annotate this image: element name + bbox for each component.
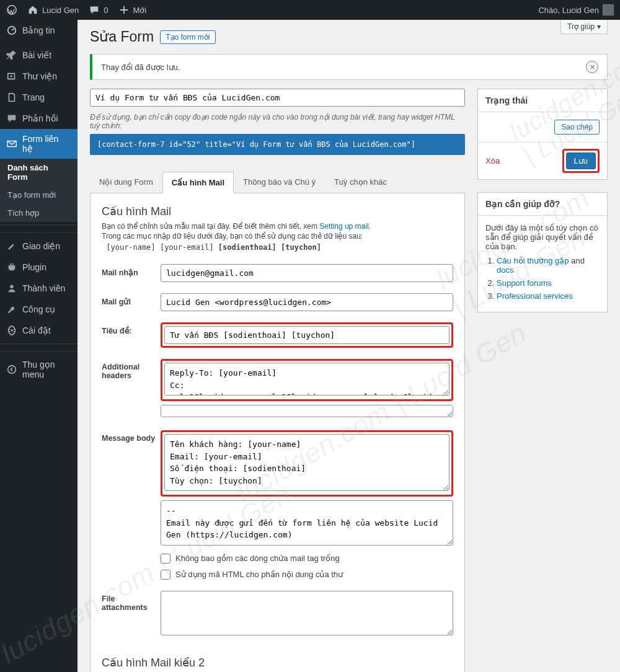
tabs: Nội dung Form Cấu hình Mail Thông báo và… — [90, 171, 465, 193]
sidebar-item-media[interactable]: Thư viện — [0, 66, 78, 87]
label-mail-subject: Tiêu đề: — [102, 322, 161, 335]
help-link-docs[interactable]: docs — [497, 265, 513, 275]
sidebar-item-comments[interactable]: Phản hồi — [0, 108, 78, 129]
tab-mail[interactable]: Cấu hình Mail — [162, 172, 234, 193]
save-button-side[interactable]: Lưu — [566, 153, 596, 169]
users-icon — [6, 283, 17, 294]
input-mail-headers-extra[interactable] — [161, 405, 453, 417]
tab-messages[interactable]: Thông báo và Chú ý — [234, 171, 325, 193]
sidebar-item-plugins[interactable]: Plugin — [0, 257, 78, 278]
sidebar-item-collapse[interactable]: Thu gọn menu — [0, 355, 78, 384]
svg-point-3 — [10, 285, 13, 288]
avatar — [603, 4, 614, 15]
copy-button[interactable]: Sao chép — [554, 120, 600, 135]
help-link-faq[interactable]: Câu hỏi thường gặp — [497, 256, 569, 265]
admin-sidebar: Bảng tin Bài viết Thư viện Trang Phản hồ… — [0, 20, 78, 672]
input-mail-attachments[interactable] — [161, 591, 453, 636]
tab-additional[interactable]: Tuỳ chọn khác — [325, 171, 396, 193]
help-tab[interactable]: Trợ giúp▾ — [560, 20, 608, 34]
tools-icon — [6, 304, 17, 315]
svg-point-5 — [8, 366, 16, 374]
sidebar-item-settings[interactable]: Cài đặt — [0, 320, 78, 341]
help-item-1: Câu hỏi thường gặp and docs — [497, 256, 600, 275]
mail-tags-plain: [your-name] [your-email] — [106, 243, 213, 252]
postbox-help-title: Bạn cần giúp đỡ? — [478, 193, 607, 216]
input-mail-from[interactable] — [161, 293, 453, 311]
sidebar-item-contact-form[interactable]: Form liên hệ — [0, 129, 78, 159]
help-link-pro[interactable]: Professional services — [497, 291, 573, 301]
tab-form[interactable]: Nội dung Form — [90, 171, 162, 193]
pin-icon — [6, 50, 17, 61]
sidebar-item-users[interactable]: Thành viên — [0, 278, 78, 299]
media-icon — [6, 71, 17, 82]
sidebar-sub-integration[interactable]: Tích hợp — [0, 204, 78, 222]
mail-icon — [6, 138, 17, 149]
admin-bar: Lucid Gen 0 Mới Chào, Lucid Gen — [0, 0, 620, 20]
page-icon — [6, 92, 17, 103]
site-link[interactable]: Lucid Gen — [27, 4, 79, 15]
mail-tags-bold: [sodienthoai] [tuychon] — [218, 243, 321, 252]
help-item-3: Professional services — [497, 291, 600, 301]
chk-exclude-blank[interactable]: Không bao gồm các dòng chứa mail tag trố… — [161, 554, 453, 564]
sidebar-submenu: Danh sách Form Tạo form mới Tích hợp — [0, 159, 78, 222]
label-mail-from: Mail gửi — [102, 293, 161, 306]
home-icon — [27, 4, 38, 15]
postbox-status: Trạng thái Sao chép Xóa Lưu — [477, 89, 608, 180]
comment-icon — [89, 4, 100, 15]
wp-logo[interactable] — [6, 4, 17, 15]
new-link[interactable]: Mới — [118, 4, 147, 15]
mail-panel: Cấu hình Mail Bạn có thể chỉnh sửa mẫu m… — [90, 193, 465, 672]
greeting[interactable]: Chào, Lucid Gen — [538, 4, 614, 15]
collapse-icon — [6, 364, 17, 375]
label-mail-to: Mail nhận — [102, 264, 161, 277]
input-mail-headers[interactable] — [164, 363, 450, 396]
sidebar-item-pages[interactable]: Trang — [0, 87, 78, 108]
input-mail-body-rest[interactable]: -- Email này được gửi đến từ form liên h… — [161, 500, 453, 546]
mail2-heading: Cấu hình Mail kiểu 2 — [102, 656, 453, 670]
postbox-help: Bạn cần giúp đỡ? Dưới đây là một số tùy … — [477, 192, 608, 312]
help-link-support[interactable]: Support forums — [497, 278, 552, 288]
shortcode-box[interactable]: [contact-form-7 id="52" title="Ví dụ For… — [90, 134, 465, 155]
settings-icon — [6, 325, 17, 336]
sidebar-sub-new[interactable]: Tạo form mới — [0, 186, 78, 204]
content-area: Trợ giúp▾ Sửa Form Tạo form mới Thay đổi… — [78, 20, 620, 672]
postbox-help-desc: Dưới đây là một số tùy chọn có sẵn để gi… — [485, 223, 600, 251]
sidebar-item-dashboard[interactable]: Bảng tin — [0, 20, 78, 41]
dismiss-notice-button[interactable]: ✕ — [586, 61, 598, 73]
chevron-down-icon: ▾ — [597, 22, 601, 31]
input-mail-subject[interactable] — [164, 326, 450, 344]
plugin-icon — [6, 262, 17, 273]
dashboard-icon — [6, 25, 17, 36]
mail-desc2: Trong các mục nhập dữ liệu dưới đây, bạn… — [102, 232, 453, 241]
help-item-2: Support forums — [497, 278, 600, 288]
comments-link[interactable]: 0 — [89, 4, 108, 15]
new-label: Mới — [133, 6, 147, 15]
comments-count: 0 — [104, 6, 108, 15]
label-mail-body: Message body — [102, 430, 161, 443]
postbox-status-title: Trạng thái — [478, 89, 607, 112]
notice-message: Thay đổi đã được lưu. — [101, 63, 180, 72]
svg-point-4 — [11, 329, 13, 332]
sidebar-item-appearance[interactable]: Giao diện — [0, 236, 78, 257]
add-new-button[interactable]: Tạo form mới — [160, 30, 215, 44]
label-mail-headers: Additional headers — [102, 359, 161, 380]
input-mail-to[interactable] — [161, 264, 453, 282]
mail-heading: Cấu hình Mail — [102, 205, 453, 218]
notice-success: Thay đổi đã được lưu. ✕ — [90, 54, 608, 80]
shortcode-desc: Để sử dụng, bạn chỉ cần copy đoạn code n… — [90, 113, 465, 130]
svg-point-2 — [10, 75, 12, 77]
plus-icon — [118, 4, 130, 15]
site-name: Lucid Gen — [42, 6, 79, 15]
chk-use-html[interactable]: Sử dụng mã HTML cho phần nội dung của th… — [161, 570, 453, 580]
delete-link[interactable]: Xóa — [485, 156, 500, 166]
mail-desc1: Bạn có thể chỉnh sửa mẫu mail tại đây. Đ… — [102, 222, 453, 231]
page-title: Sửa Form — [90, 29, 154, 45]
setup-mail-link[interactable]: Setting up mail — [319, 222, 368, 231]
sidebar-item-posts[interactable]: Bài viết — [0, 45, 78, 66]
sidebar-sub-forms[interactable]: Danh sách Form — [0, 159, 78, 186]
input-mail-body-top[interactable]: Tên khách hàng: [your-name] Email: [your… — [164, 434, 450, 491]
label-mail-attachments: File attachments — [102, 591, 161, 612]
form-title-input[interactable] — [90, 89, 465, 107]
sidebar-item-tools[interactable]: Công cụ — [0, 299, 78, 320]
comment-icon — [6, 113, 17, 124]
